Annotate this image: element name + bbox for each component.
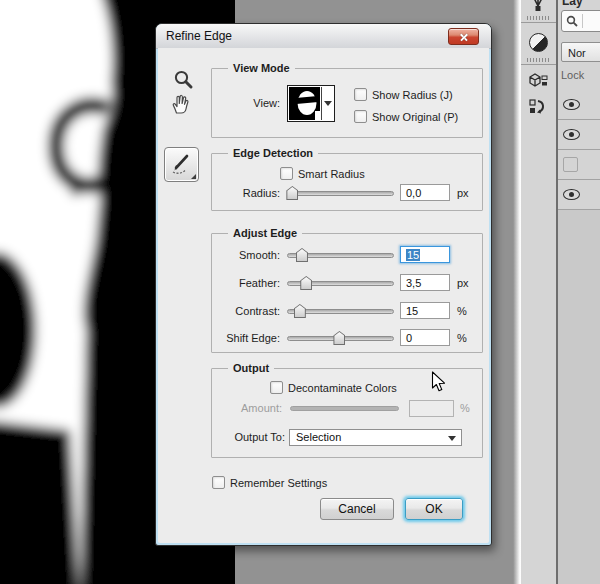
amount-unit: %: [460, 402, 470, 414]
output-legend: Output: [228, 362, 274, 374]
dialog-titlebar[interactable]: Refine Edge: [156, 24, 491, 49]
ok-button[interactable]: OK: [405, 498, 463, 520]
radius-input[interactable]: 0,0: [400, 184, 450, 201]
lock-label: Lock: [561, 69, 584, 81]
feather-input[interactable]: 3,5: [400, 274, 450, 291]
show-original-label: Show Original (P): [372, 111, 458, 123]
decontaminate-label: Decontaminate Colors: [288, 382, 397, 394]
panel-separator: [521, 22, 556, 23]
smooth-label: Smooth:: [212, 249, 280, 261]
tool-flyout-corner-icon: [191, 174, 196, 179]
layer-list: [558, 90, 600, 210]
zoom-tool-icon[interactable]: [173, 69, 195, 91]
eye-icon[interactable]: [563, 99, 580, 110]
show-radius-label: Show Radius (J): [372, 89, 453, 101]
remember-settings-checkbox[interactable]: [212, 476, 225, 489]
view-mode-legend: View Mode: [228, 62, 295, 74]
amount-slider-disabled: [290, 401, 399, 415]
panel-separator: [521, 64, 556, 65]
contrast-unit: %: [457, 305, 467, 317]
panel-drag-handle[interactable]: [527, 16, 549, 20]
hand-tool-icon[interactable]: [169, 92, 193, 116]
smart-radius-label: Smart Radius: [298, 168, 365, 180]
view-dropdown-arrow-zone[interactable]: [322, 86, 333, 121]
smooth-slider[interactable]: [287, 248, 394, 262]
adjust-edge-legend: Adjust Edge: [228, 227, 302, 239]
edge-detection-legend: Edge Detection: [228, 147, 318, 159]
amount-label: Amount:: [217, 402, 282, 414]
radius-label: Radius:: [217, 187, 280, 199]
amount-input-disabled: [409, 400, 454, 417]
radius-slider-thumb[interactable]: [286, 186, 298, 200]
close-button[interactable]: [448, 28, 479, 45]
shift-edge-label: Shift Edge:: [212, 332, 280, 344]
radius-unit: px: [457, 187, 469, 199]
shift-edge-input[interactable]: 0: [400, 329, 450, 346]
show-radius-checkbox[interactable]: [354, 88, 367, 101]
layers-panel-empty-area: [558, 210, 600, 584]
contrast-label: Contrast:: [212, 305, 280, 317]
shift-edge-slider-thumb[interactable]: [333, 331, 345, 345]
shift-edge-slider[interactable]: [287, 331, 394, 345]
eye-icon[interactable]: [563, 189, 580, 200]
eye-icon[interactable]: [563, 129, 580, 140]
chevron-down-icon: [324, 101, 332, 106]
smooth-selected-value: 15: [406, 249, 420, 261]
dialog-title: Refine Edge: [166, 24, 232, 48]
brush-icon: [170, 152, 194, 176]
cancel-button[interactable]: Cancel: [320, 498, 394, 520]
panel-icon-strip: [521, 0, 558, 584]
radius-slider[interactable]: [287, 186, 394, 200]
panel-edge-highlight: [513, 0, 521, 584]
edge-detection-group: Edge Detection Smart Radius Radius: 0,0 …: [211, 153, 483, 211]
mouse-cursor-icon: [431, 371, 446, 393]
view-mode-group: View Mode View: Show Rad: [211, 68, 483, 138]
decontaminate-checkbox[interactable]: [270, 381, 283, 394]
refine-radius-tool-button[interactable]: [164, 147, 199, 182]
refine-edge-dialog: Refine Edge View Mode View:: [155, 23, 492, 546]
amount-slider-rail: [290, 406, 399, 411]
search-icon: [566, 15, 578, 27]
layer-row[interactable]: [558, 180, 600, 210]
photoshop-workspace: Lay Nor Lock Refine Edge: [0, 0, 600, 584]
radius-slider-rail[interactable]: [287, 191, 394, 196]
layers-search-input[interactable]: [561, 10, 600, 32]
search-divider: [582, 14, 583, 28]
layer-row[interactable]: [558, 120, 600, 150]
panel-icon-partial[interactable]: [530, 0, 546, 13]
remember-settings-label: Remember Settings: [230, 477, 327, 489]
contrast-input[interactable]: 15: [400, 302, 450, 319]
close-icon: [459, 32, 468, 41]
smooth-slider-thumb[interactable]: [296, 248, 308, 262]
blend-mode-dropdown[interactable]: Nor: [561, 42, 600, 62]
view-thumbnail-image: [289, 87, 320, 120]
feather-label: Feather:: [212, 277, 280, 289]
3d-panel-icon[interactable]: [528, 71, 548, 89]
output-to-label: Output To:: [217, 431, 285, 443]
output-to-value: Selection: [296, 430, 341, 445]
feather-unit: px: [457, 277, 469, 289]
feather-slider-thumb[interactable]: [300, 276, 312, 290]
feather-slider[interactable]: [287, 276, 394, 290]
history-panel-icon[interactable]: [529, 98, 547, 118]
chevron-down-icon: [448, 436, 456, 441]
layers-panel: Lay Nor Lock: [558, 0, 600, 584]
adjustments-panel-icon[interactable]: [529, 33, 548, 52]
eye-off-well[interactable]: [563, 157, 578, 172]
smooth-input[interactable]: 15: [400, 246, 450, 263]
output-to-dropdown[interactable]: Selection: [289, 429, 462, 446]
adjust-edge-group: Adjust Edge Smooth: 15 Feather: 3,5 px C…: [211, 233, 483, 353]
view-thumbnail-button[interactable]: [287, 85, 335, 122]
panel-drag-handle[interactable]: [527, 58, 549, 62]
shift-edge-unit: %: [457, 332, 467, 344]
contrast-slider-thumb[interactable]: [294, 304, 306, 318]
layers-tab-label[interactable]: Lay: [562, 0, 583, 8]
smart-radius-checkbox[interactable]: [280, 167, 293, 180]
layer-row[interactable]: [558, 90, 600, 120]
show-original-checkbox[interactable]: [354, 110, 367, 123]
view-label: View:: [222, 97, 280, 109]
contrast-slider[interactable]: [287, 304, 394, 318]
layer-row[interactable]: [558, 150, 600, 180]
